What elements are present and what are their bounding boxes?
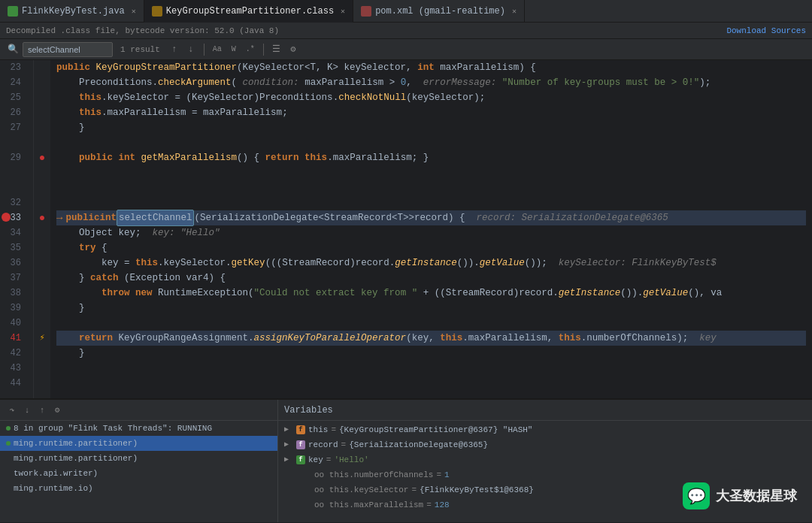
gutter-25 xyxy=(34,90,50,105)
code-line-43 xyxy=(56,361,806,376)
line-num-35: 35 xyxy=(0,240,27,255)
line-num-38: 38 xyxy=(0,286,27,301)
watermark-icon: 💬 xyxy=(683,482,710,509)
var-expand-this[interactable]: ▶ xyxy=(284,422,293,437)
code-line-33: → public int selectChannel(Serialization… xyxy=(56,210,806,225)
code-line-40 xyxy=(56,316,806,331)
code-line-44 xyxy=(56,376,806,391)
search-input[interactable] xyxy=(23,42,113,57)
var-name-keyselector: oo this.keySelector xyxy=(314,482,408,497)
code-editor: 23 24 25 26 27 29 32 33 34 35 36 37 38 3… xyxy=(0,60,812,398)
var-item-key[interactable]: ▶ f key = 'Hello' xyxy=(278,452,812,467)
code-line-35: try { xyxy=(56,240,806,255)
tab-xml-label: pom.xml (gmail-realtime) xyxy=(375,6,505,17)
line-num-24: 24 xyxy=(0,75,27,90)
debug-arrow-33: → xyxy=(56,210,62,225)
line-num-23: 23 xyxy=(0,60,27,75)
info-bar: Decompiled .class file, bytecode version… xyxy=(0,23,812,39)
result-count: 1 result xyxy=(116,45,165,54)
var-icon-record: f xyxy=(296,440,305,449)
code-line-31 xyxy=(56,180,806,195)
breakpoint-icon-29: ● xyxy=(39,150,45,165)
var-name-maxparallelism: oo this.maxParallelism xyxy=(314,497,423,512)
line-num-39: 39 xyxy=(0,301,27,316)
tab-xml-close[interactable]: ✕ xyxy=(512,7,517,16)
next-result-icon[interactable]: ↓ xyxy=(184,43,198,56)
line-num-41: 41 xyxy=(0,331,27,346)
settings-icon[interactable]: ⚙ xyxy=(286,43,300,56)
step-over-icon[interactable]: ↷ xyxy=(6,404,18,416)
xml-file-icon xyxy=(361,6,371,17)
gutter-34 xyxy=(34,225,50,240)
toolbar-divider xyxy=(204,44,205,56)
tab-class-close[interactable]: ✕ xyxy=(341,7,345,16)
tab-bar: FlinkKeyByTest.java ✕ KeyGroupStreamPart… xyxy=(0,0,812,23)
var-item-this[interactable]: ▶ f this = {KeyGroupStreamPartitioner@63… xyxy=(278,422,812,437)
tab-class[interactable]: KeyGroupStreamPartitioner.class ✕ xyxy=(144,0,353,23)
gutter-43 xyxy=(34,361,50,376)
debug-toolbar: ↷ ↓ ↑ ⚙ xyxy=(0,400,277,421)
thread-label-1: ming.runtime.partitioner) xyxy=(14,436,138,451)
toolbar-divider2 xyxy=(263,44,264,56)
tab-java-close[interactable]: ✕ xyxy=(132,7,136,16)
code-line-26: this.maxParallelism = maxParallelism; xyxy=(56,105,806,120)
var-expand-record[interactable]: ▶ xyxy=(284,437,293,452)
regex-icon[interactable]: .* xyxy=(244,43,257,56)
thread-panel: ↷ ↓ ↑ ⚙ 8 in group "Flink Task Threads":… xyxy=(0,400,278,522)
thread-item-1[interactable]: ming.runtime.partitioner) xyxy=(0,436,277,451)
search-icon[interactable]: 🔍 xyxy=(6,43,20,56)
gutter-33: ● xyxy=(34,210,50,225)
thread-item-2[interactable]: ming.runtime.partitioner) xyxy=(0,451,277,466)
line-num-43: 43 xyxy=(0,361,27,376)
step-out-icon[interactable]: ↑ xyxy=(36,404,48,416)
line-num-34: 34 xyxy=(0,225,27,240)
code-area[interactable]: public KeyGroupStreamPartitioner(KeySele… xyxy=(50,60,812,398)
class-file-icon xyxy=(152,6,162,17)
var-item-channels[interactable]: oo this.numberOfChannels = 1 xyxy=(278,467,812,482)
code-line-25: this.keySelector = (KeySelector)Precondi… xyxy=(56,90,806,105)
java-file-icon xyxy=(8,6,18,17)
thread-label-4: ming.runtime.io) xyxy=(14,481,93,496)
line-num-37: 37 xyxy=(0,271,27,286)
filter-debug-icon[interactable]: ⚙ xyxy=(51,404,63,416)
gutter-30 xyxy=(34,165,50,180)
tab-java-label: FlinkKeyByTest.java xyxy=(22,6,125,17)
var-item-record[interactable]: ▶ f record = {SerializationDelegate@6365… xyxy=(278,437,812,452)
var-name-key: key xyxy=(308,452,323,467)
gutter-29: ● xyxy=(34,150,50,165)
toolbar: 🔍 1 result ↑ ↓ Aa W .* ☰ ⚙ xyxy=(0,39,812,60)
var-eq-keyselector: = xyxy=(411,482,417,497)
selected-method: selectChannel xyxy=(117,210,195,226)
tab-xml[interactable]: pom.xml (gmail-realtime) ✕ xyxy=(353,0,525,23)
prev-result-icon[interactable]: ↑ xyxy=(168,43,181,56)
step-into-icon[interactable]: ↓ xyxy=(21,404,33,416)
thread-item-4[interactable]: ming.runtime.io) xyxy=(0,481,277,496)
gutter-26 xyxy=(34,105,50,120)
gutter-41: ⚡ xyxy=(34,331,50,346)
thread-item-3[interactable]: twork.api.writer) xyxy=(0,466,277,481)
match-case-icon[interactable]: Aa xyxy=(211,43,224,56)
gutter-37 xyxy=(34,271,50,286)
line-num-31 xyxy=(0,180,27,195)
var-eq-channels: = xyxy=(436,467,441,482)
code-line-32 xyxy=(56,195,806,210)
thread-list: 8 in group "Flink Task Threads": RUNNING… xyxy=(0,421,277,522)
line-num-40: 40 xyxy=(0,316,27,331)
gutter-39 xyxy=(34,301,50,316)
download-sources-button[interactable]: Download Sources xyxy=(726,26,806,35)
var-expand-key[interactable]: ▶ xyxy=(284,452,293,467)
tab-class-label: KeyGroupStreamPartitioner.class xyxy=(166,6,334,17)
whole-word-icon[interactable]: W xyxy=(227,43,241,56)
gutter-44 xyxy=(34,376,50,391)
thread-item-0[interactable]: 8 in group "Flink Task Threads": RUNNING xyxy=(0,421,277,436)
line-num-30 xyxy=(0,165,27,180)
var-name-channels: oo this.numberOfChannels xyxy=(314,467,433,482)
var-val-channels: 1 xyxy=(444,467,450,482)
var-icon-this: f xyxy=(296,425,305,434)
line-num-25: 25 xyxy=(0,90,27,105)
line-num-36: 36 xyxy=(0,255,27,271)
line-numbers: 23 24 25 26 27 29 32 33 34 35 36 37 38 3… xyxy=(0,60,34,398)
tab-java[interactable]: FlinkKeyByTest.java ✕ xyxy=(0,0,144,23)
code-line-42: } xyxy=(56,346,806,361)
filter-icon[interactable]: ☰ xyxy=(270,43,283,56)
